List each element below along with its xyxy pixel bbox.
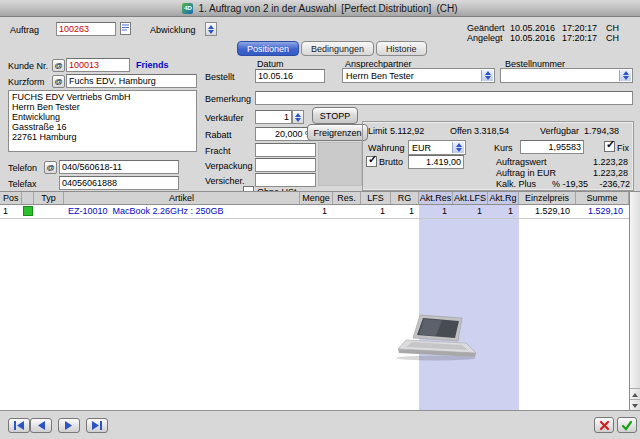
first-record-icon	[13, 421, 25, 430]
title-bar[interactable]: 4D 1. Auftrag von 2 in der Auswahl [Perf…	[0, 0, 640, 17]
stopp-button[interactable]: STOPP	[312, 107, 358, 124]
address-field[interactable]: FUCHS EDV Vertriebs GmbH Herrn Ben Teste…	[8, 90, 197, 152]
telefon-label: Telefon	[8, 163, 37, 174]
stepper-down-icon[interactable]	[295, 118, 301, 122]
kunde-nr-label: Kunde Nr.	[8, 61, 48, 72]
row-akt-rg: 1	[488, 206, 513, 216]
cancel-x-icon	[599, 420, 610, 431]
column-header-rg-label: RG	[398, 193, 412, 203]
recessed-panel	[318, 142, 362, 186]
fix-checkbox[interactable]	[604, 141, 615, 152]
address-line: Gasstraße 16	[12, 122, 193, 132]
telefon-lookup-button[interactable]: @	[44, 161, 57, 174]
row-akt-res: 1	[419, 206, 447, 216]
verfuegbar-value: 1.794,38	[584, 126, 619, 137]
column-header-akt-rg[interactable]: Akt.Rg	[488, 192, 519, 204]
confirm-button[interactable]	[617, 417, 637, 433]
offen-value: 3.318,54	[474, 126, 509, 137]
window-title-app: [Perfect Distribution]	[341, 3, 431, 14]
brutto-input[interactable]	[408, 155, 464, 169]
column-header-artikel-label: Artikel	[169, 193, 194, 203]
column-header-summe-label: Summe	[586, 193, 617, 203]
ansprechpartner-dropdown[interactable]: Herrn Ben Tester	[342, 68, 495, 83]
column-header-akt-lfs[interactable]: Akt.LFS	[453, 192, 488, 204]
versicher-input[interactable]	[255, 173, 316, 187]
stepper-up-icon[interactable]	[208, 25, 214, 29]
column-header-lfs-label: LFS	[367, 193, 384, 203]
row-rg: 1	[391, 206, 414, 216]
stepper-up-icon[interactable]	[295, 113, 301, 117]
freigrenzen-button[interactable]: Freigrenzen	[307, 124, 368, 141]
highlight-column-akt-lfs	[453, 205, 488, 410]
kurzform-lookup-button[interactable]: @	[52, 75, 65, 88]
memo-icon[interactable]	[120, 22, 131, 37]
nav-prev-button[interactable]	[30, 418, 52, 433]
friends-link[interactable]: Friends	[136, 60, 169, 71]
angelegt-time: 17:20:17	[562, 33, 597, 44]
kurs-input[interactable]	[520, 140, 584, 154]
tab-bedingungen-label: Bedingungen	[311, 44, 364, 54]
stepper-down-icon[interactable]	[208, 30, 214, 34]
kurzform-label: Kurzform	[8, 77, 45, 88]
tab-bedingungen[interactable]: Bedingungen	[301, 41, 374, 56]
verkaeufer-label: Verkäufer	[205, 113, 244, 124]
verkaeufer-stepper[interactable]	[292, 110, 304, 124]
bemerkung-label: Bemerkung	[205, 94, 251, 105]
bestellt-date-input[interactable]	[255, 69, 325, 83]
column-header-artikel[interactable]: Artikel	[64, 192, 300, 204]
auftrag-number-input[interactable]	[56, 22, 116, 36]
column-header-typ[interactable]: Typ	[34, 192, 64, 204]
next-record-icon	[63, 421, 75, 430]
column-header-color[interactable]	[22, 192, 34, 204]
nav-last-button[interactable]	[86, 418, 108, 433]
window-title-region: (CH)	[436, 3, 457, 14]
column-header-akt-res[interactable]: Akt.Res	[419, 192, 453, 204]
table-row[interactable]: 1 EZ-10010 MacBook 2.26GHz : 250GB 1 1 1…	[0, 205, 629, 218]
waehrung-dropdown[interactable]: EUR	[408, 140, 466, 155]
column-header-pos[interactable]: Pos ^	[0, 192, 22, 204]
telefax-input[interactable]	[59, 176, 179, 190]
verkaeufer-input[interactable]	[255, 110, 292, 124]
tab-bar: Positionen Bedingungen Historie	[237, 41, 427, 56]
chevron-updown-icon[interactable]	[619, 70, 631, 81]
cancel-button[interactable]	[594, 417, 614, 433]
row-akt-lfs: 1	[453, 206, 482, 216]
verpackung-input[interactable]	[255, 158, 316, 172]
telefon-input[interactable]	[59, 160, 179, 174]
abwicklung-stepper[interactable]	[205, 22, 217, 36]
address-line: Herrn Ben Tester	[12, 102, 193, 112]
tab-positionen[interactable]: Positionen	[237, 41, 299, 56]
highlight-column-akt-res	[419, 205, 453, 410]
column-header-lfs[interactable]: LFS	[361, 192, 391, 204]
kurs-label: Kurs	[494, 143, 513, 154]
column-header-res[interactable]: Res.	[333, 192, 361, 204]
address-line: 22761 Hamburg	[12, 132, 193, 142]
column-header-menge[interactable]: Menge	[300, 192, 333, 204]
column-header-einzelpreis-label: Einzelpreis	[525, 193, 569, 203]
waehrung-value: EUR	[412, 143, 431, 153]
table-body[interactable]	[0, 205, 629, 410]
address-line: FUCHS EDV Vertriebs GmbH	[12, 92, 193, 102]
rabatt-label: Rabatt	[205, 130, 232, 141]
kunde-nr-input[interactable]	[66, 58, 130, 72]
fracht-input[interactable]	[255, 143, 316, 157]
row-artikel: EZ-10010 MacBook 2.26GHz : 250GB	[68, 206, 224, 216]
column-header-einzelpreis[interactable]: Einzelpreis	[519, 192, 576, 204]
column-header-menge-label: Menge	[302, 193, 330, 203]
kunde-lookup-button[interactable]: @	[52, 59, 65, 72]
auftragswert-value: 1.223,28	[568, 157, 628, 168]
column-header-rg[interactable]: RG	[391, 192, 419, 204]
bemerkung-input[interactable]	[255, 91, 633, 105]
row-separator	[0, 218, 629, 219]
table-scrollbar[interactable]	[629, 192, 640, 410]
nav-first-button[interactable]	[8, 418, 30, 433]
chevron-updown-icon[interactable]	[481, 70, 493, 81]
nav-next-button[interactable]	[58, 418, 80, 433]
tab-historie[interactable]: Historie	[376, 41, 427, 56]
verpackung-label: Verpackung	[205, 161, 253, 172]
column-header-summe[interactable]: Summe	[576, 192, 629, 204]
bestellnummer-dropdown[interactable]	[500, 68, 633, 83]
kurzform-input[interactable]	[66, 74, 197, 88]
brutto-checkbox[interactable]	[366, 156, 377, 167]
chevron-updown-icon[interactable]	[452, 142, 464, 153]
